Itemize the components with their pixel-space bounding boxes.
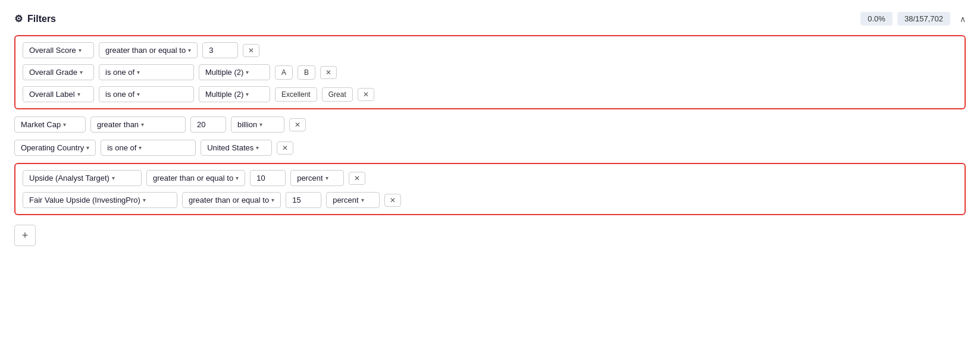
tag-A: A	[275, 65, 293, 80]
field-label-upside-analyst: Upside (Analyst Target)	[29, 174, 109, 182]
filter-row-market-cap: Market Cap ▾ greater than ▾ billion ▾ ✕	[14, 117, 966, 133]
chevron-icon: ▾	[63, 121, 66, 128]
field-label-fair-value-upside: Fair Value Upside (InvestingPro)	[29, 196, 140, 204]
chevron-icon: ▾	[137, 91, 140, 97]
close-icon: ✕	[248, 46, 254, 55]
operator-label-operating-country: is one of	[107, 143, 136, 152]
add-filter-icon: +	[22, 229, 29, 242]
close-button-overall-grade[interactable]: ✕	[320, 66, 337, 79]
field-dropdown-overall-label[interactable]: Overall Label ▾	[23, 86, 94, 102]
close-icon: ✕	[295, 121, 300, 129]
chevron-icon: ▾	[259, 121, 262, 128]
filters-title: ⚙ Filters	[14, 13, 56, 24]
unit-dropdown-fair-value-upside[interactable]: percent ▾	[326, 192, 380, 208]
close-icon: ✕	[363, 90, 369, 99]
percentage-stat: 0.0%	[860, 12, 893, 26]
multi-label-overall-label: Multiple (2)	[205, 90, 243, 99]
multi-label-operating-country: United States	[207, 143, 253, 152]
chevron-icon: ▾	[271, 197, 274, 203]
filter-row-overall-label: Overall Label ▾ is one of ▾ Multiple (2)…	[23, 86, 957, 102]
chevron-icon: ▾	[236, 175, 239, 181]
field-label-overall-score: Overall Score	[29, 46, 76, 55]
unit-label-fair-value-upside: percent	[333, 196, 358, 204]
close-icon: ✕	[325, 68, 331, 77]
field-dropdown-upside-analyst[interactable]: Upside (Analyst Target) ▾	[23, 170, 142, 186]
gear-icon: ⚙	[14, 13, 23, 24]
close-button-market-cap[interactable]: ✕	[289, 118, 306, 131]
field-dropdown-overall-score[interactable]: Overall Score ▾	[23, 42, 94, 58]
field-label-operating-country: Operating Country	[21, 143, 84, 152]
unit-dropdown-upside-analyst[interactable]: percent ▾	[290, 170, 344, 186]
field-label-market-cap: Market Cap	[21, 120, 61, 129]
chevron-icon: ▾	[246, 69, 249, 75]
ratio-stat: 38/157,702	[897, 12, 950, 26]
filter-row-overall-grade: Overall Grade ▾ is one of ▾ Multiple (2)…	[23, 64, 957, 80]
operator-label-fair-value-upside: greater than or equal to	[189, 196, 269, 204]
chevron-icon: ▾	[80, 69, 83, 75]
field-dropdown-fair-value-upside[interactable]: Fair Value Upside (InvestingPro) ▾	[23, 192, 177, 208]
multi-dropdown-overall-grade[interactable]: Multiple (2) ▾	[199, 64, 270, 80]
chevron-icon: ▾	[188, 47, 191, 53]
operator-dropdown-overall-grade[interactable]: is one of ▾	[99, 64, 194, 80]
chevron-icon: ▾	[325, 175, 328, 181]
filters-heading: Filters	[27, 14, 56, 24]
chevron-icon: ▾	[246, 91, 249, 97]
operator-label-overall-score: greater than or equal to	[105, 46, 186, 55]
add-filter-button[interactable]: +	[14, 225, 36, 246]
field-dropdown-market-cap[interactable]: Market Cap ▾	[14, 117, 86, 133]
multi-label-overall-grade: Multiple (2)	[205, 68, 243, 77]
close-button-overall-label[interactable]: ✕	[358, 88, 374, 101]
filter-row-upside-analyst: Upside (Analyst Target) ▾ greater than o…	[23, 170, 957, 186]
chevron-icon: ▾	[143, 197, 146, 203]
value-input-upside-analyst[interactable]	[250, 170, 286, 186]
multi-dropdown-overall-label[interactable]: Multiple (2) ▾	[199, 86, 270, 102]
field-label-overall-label: Overall Label	[29, 90, 75, 99]
field-dropdown-overall-grade[interactable]: Overall Grade ▾	[23, 64, 94, 80]
tag-excellent: Excellent	[275, 87, 317, 102]
unit-dropdown-market-cap[interactable]: billion ▾	[231, 117, 284, 133]
close-button-overall-score[interactable]: ✕	[243, 44, 259, 57]
chevron-icon: ▾	[79, 47, 82, 53]
multi-dropdown-operating-country[interactable]: United States ▾	[201, 140, 272, 156]
chevron-icon: ▾	[112, 175, 115, 181]
chevron-icon: ▾	[141, 121, 144, 128]
tag-great: Great	[322, 87, 353, 102]
chevron-icon: ▾	[256, 144, 259, 151]
collapse-icon[interactable]: ∧	[960, 14, 966, 24]
value-input-market-cap[interactable]	[190, 117, 226, 133]
page-container: ⚙ Filters 0.0% 38/157,702 ∧ Overall Scor…	[0, 0, 980, 362]
filter-group-red-1: Overall Score ▾ greater than or equal to…	[14, 35, 966, 109]
filter-row-fair-value-upside: Fair Value Upside (InvestingPro) ▾ great…	[23, 192, 957, 208]
close-icon: ✕	[354, 174, 360, 182]
chevron-icon: ▾	[77, 91, 80, 97]
chevron-icon: ▾	[137, 69, 140, 75]
operator-dropdown-operating-country[interactable]: is one of ▾	[101, 140, 196, 156]
operator-label-market-cap: greater than	[97, 120, 139, 129]
close-button-operating-country[interactable]: ✕	[277, 141, 293, 155]
filters-content: Overall Score ▾ greater than or equal to…	[14, 35, 966, 246]
filter-row-operating-country: Operating Country ▾ is one of ▾ United S…	[14, 140, 966, 156]
close-button-upside-analyst[interactable]: ✕	[349, 172, 365, 185]
filter-group-red-2: Upside (Analyst Target) ▾ greater than o…	[14, 163, 966, 215]
close-button-fair-value-upside[interactable]: ✕	[384, 194, 401, 207]
close-icon: ✕	[282, 144, 288, 152]
stats-area: 0.0% 38/157,702	[860, 12, 950, 26]
chevron-icon: ▾	[361, 197, 364, 203]
chevron-icon: ▾	[139, 144, 142, 151]
filter-row-overall-score: Overall Score ▾ greater than or equal to…	[23, 42, 957, 58]
field-label-overall-grade: Overall Grade	[29, 68, 77, 77]
chevron-icon: ▾	[86, 144, 89, 151]
operator-dropdown-overall-label[interactable]: is one of ▾	[99, 86, 194, 102]
header-row: ⚙ Filters 0.0% 38/157,702 ∧	[14, 12, 966, 26]
operator-dropdown-upside-analyst[interactable]: greater than or equal to ▾	[146, 170, 245, 186]
tag-B: B	[298, 65, 315, 80]
operator-dropdown-fair-value-upside[interactable]: greater than or equal to ▾	[182, 192, 281, 208]
operator-dropdown-market-cap[interactable]: greater than ▾	[90, 117, 186, 133]
operator-dropdown-overall-score[interactable]: greater than or equal to ▾	[99, 42, 198, 58]
operator-label-overall-label: is one of	[105, 90, 134, 99]
value-input-fair-value-upside[interactable]	[286, 192, 321, 208]
operator-label-upside-analyst: greater than or equal to	[153, 174, 233, 182]
field-dropdown-operating-country[interactable]: Operating Country ▾	[14, 140, 96, 156]
value-input-overall-score[interactable]	[202, 42, 238, 58]
close-icon: ✕	[390, 196, 396, 204]
